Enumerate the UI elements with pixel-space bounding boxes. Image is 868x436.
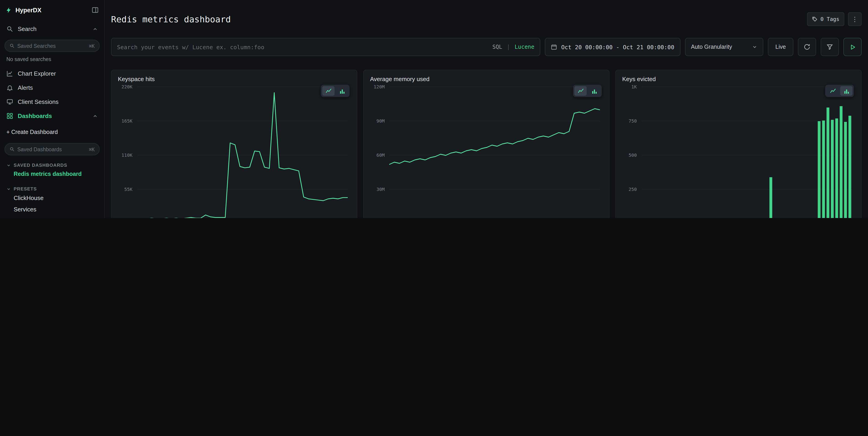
- y-tick-label: 500: [628, 153, 637, 158]
- filter-button[interactable]: [821, 38, 839, 56]
- date-range-picker[interactable]: Oct 20 00:00:00 - Oct 21 00:00:00: [545, 38, 680, 56]
- granularity-select[interactable]: Auto Granularity: [685, 38, 763, 56]
- event-search-input[interactable]: Search your events w/ Lucene ex. column:…: [111, 38, 540, 56]
- line-chart-toggle-button[interactable]: [322, 86, 335, 96]
- dashboard-menu-button[interactable]: ⋮: [848, 12, 862, 26]
- bar-chart-toggle-button[interactable]: [840, 86, 852, 96]
- search-icon: [9, 147, 14, 152]
- toolbar: Search your events w/ Lucene ex. column:…: [105, 32, 868, 56]
- search-icon: [6, 26, 13, 32]
- saved-searches-placeholder: Saved Searches: [17, 43, 86, 49]
- search-icon: [9, 43, 14, 48]
- bar-chart-toggle-button[interactable]: [336, 86, 348, 96]
- create-dashboard-label: + Create Dashboard: [6, 129, 58, 135]
- plot-region: [641, 87, 852, 218]
- sidebar-item-preset-services[interactable]: Services: [0, 204, 104, 215]
- mode-divider: |: [507, 44, 510, 50]
- saved-dashboards-input[interactable]: Saved Dashboards ⌘K: [5, 143, 100, 155]
- sidebar-item-preset-kubernetes[interactable]: Kubernetes: [0, 215, 104, 218]
- app-logo[interactable]: HyperDX: [5, 7, 41, 13]
- granularity-value: Auto Granularity: [691, 44, 732, 50]
- line-chart-toggle-button[interactable]: [827, 86, 839, 96]
- saved-dashboards-header[interactable]: SAVED DASHBOARDS: [0, 162, 104, 169]
- calendar-icon: [551, 44, 557, 50]
- sidebar-item-label: Search: [18, 26, 88, 32]
- bar-series-bar: [770, 177, 772, 218]
- filter-icon: [826, 43, 833, 51]
- play-icon: [849, 44, 856, 51]
- refresh-icon: [803, 43, 811, 51]
- chevron-up-icon: [92, 113, 98, 119]
- sidebar-item-search[interactable]: Search: [0, 22, 104, 36]
- sql-mode-toggle[interactable]: SQL: [492, 44, 502, 50]
- chart-panel-3: Keys evicted02505007501KOct 20 12:00:00 …: [615, 70, 862, 218]
- y-tick-label: 110K: [122, 153, 132, 158]
- tags-button-label: 0 Tags: [820, 16, 839, 22]
- chart-type-toggle: [573, 85, 602, 97]
- chevron-up-icon: [92, 26, 98, 32]
- sidebar-collapse-icon[interactable]: [92, 6, 99, 14]
- shortcut-badge: ⌘K: [89, 43, 95, 49]
- y-tick-label: 250: [628, 187, 637, 192]
- bar-chart-toggle-button[interactable]: [588, 86, 600, 96]
- saved-searches-input[interactable]: Saved Searches ⌘K: [5, 40, 100, 52]
- sidebar-item-alerts[interactable]: Alerts: [0, 81, 104, 95]
- bar-series-bar: [848, 116, 851, 218]
- tags-button[interactable]: 0 Tags: [807, 12, 844, 26]
- chart-title: Average memory used: [370, 76, 602, 83]
- presets-header-label: PRESETS: [14, 186, 37, 191]
- chart-plot-area: 055K110K165K220K: [118, 87, 350, 218]
- kebab-icon: ⋮: [851, 15, 858, 23]
- saved-dashboards-placeholder: Saved Dashboards: [17, 146, 86, 152]
- bar-series-bar: [827, 108, 829, 218]
- y-tick-label: 30M: [376, 187, 384, 192]
- y-axis: 030M60M90M120M: [370, 87, 386, 218]
- bar-series-bar: [835, 119, 838, 218]
- no-saved-searches-text: No saved searches: [0, 52, 104, 63]
- sidebar-item-preset-clickhouse[interactable]: ClickHouse: [0, 192, 104, 204]
- sidebar-item-dashboards[interactable]: Dashboards: [0, 109, 104, 123]
- bar-series-bar: [840, 106, 842, 218]
- chart-line-icon: [6, 70, 13, 77]
- y-tick-label: 165K: [122, 119, 132, 124]
- y-tick-label: 1K: [631, 85, 637, 89]
- y-tick-label: 220K: [122, 85, 132, 89]
- refresh-button[interactable]: [798, 38, 816, 56]
- chart-title: Keyspace hits: [118, 76, 350, 83]
- y-tick-label: 90M: [376, 119, 384, 124]
- date-range-value: Oct 20 00:00:00 - Oct 21 00:00:00: [561, 44, 674, 51]
- sidebar-item-label: Alerts: [18, 84, 98, 91]
- sidebar-item-client-sessions[interactable]: Client Sessions: [0, 95, 104, 109]
- presets-header[interactable]: PRESETS: [0, 185, 104, 192]
- event-search-placeholder: Search your events w/ Lucene ex. column:…: [117, 44, 488, 51]
- app-logo-text: HyperDX: [16, 7, 41, 13]
- chart-panel-1: Keyspace hits055K110K165K220KOct 20 12:0…: [111, 70, 357, 218]
- chart-type-toggle: [321, 85, 349, 97]
- live-button-label: Live: [775, 44, 786, 50]
- sidebar-item-chart-explorer[interactable]: Chart Explorer: [0, 66, 104, 81]
- y-axis: 055K110K165K220K: [118, 87, 134, 218]
- chevron-down-icon: [6, 163, 11, 168]
- sidebar-item-label: Chart Explorer: [18, 70, 98, 77]
- charts-grid: Keyspace hits055K110K165K220KOct 20 12:0…: [111, 70, 862, 218]
- shortcut-badge: ⌘K: [89, 146, 95, 152]
- line-series: [137, 93, 348, 218]
- tag-icon: [812, 16, 818, 22]
- bar-series-bar: [831, 120, 834, 218]
- y-tick-label: 750: [628, 119, 637, 124]
- sidebar-item-redis-dashboard[interactable]: Redis metrics dashboard: [0, 169, 104, 179]
- y-axis: 02505007501K: [622, 87, 639, 218]
- run-query-button[interactable]: [843, 38, 862, 56]
- chart-plot-area: 02505007501K: [622, 87, 855, 218]
- lucene-mode-toggle[interactable]: Lucene: [515, 44, 534, 50]
- bell-icon: [6, 84, 13, 91]
- chart-plot-area: 030M60M90M120M: [370, 87, 602, 218]
- live-button[interactable]: Live: [768, 38, 793, 56]
- line-chart-toggle-button[interactable]: [575, 86, 587, 96]
- y-tick-label: 55K: [124, 187, 132, 192]
- plot-region: [137, 87, 348, 218]
- sidebar-item-label: Client Sessions: [18, 98, 98, 105]
- chart-type-toggle: [825, 85, 854, 97]
- create-dashboard-button[interactable]: + Create Dashboard: [0, 126, 104, 139]
- chevron-down-icon: [752, 45, 757, 50]
